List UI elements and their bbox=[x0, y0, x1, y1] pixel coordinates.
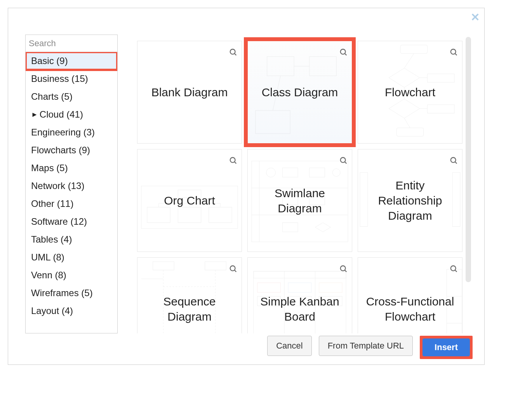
template-grid: Blank DiagramClass DiagramFlowchartOrg C… bbox=[118, 35, 473, 333]
magnify-icon[interactable] bbox=[450, 262, 458, 270]
template-label: Org Chart bbox=[164, 193, 215, 208]
template-label: Swimlane Diagram bbox=[252, 186, 348, 216]
magnify-icon[interactable] bbox=[229, 262, 238, 270]
svg-point-22 bbox=[451, 49, 456, 54]
dialog-footer: Cancel From Template URL Insert bbox=[267, 336, 473, 359]
search-row bbox=[26, 35, 117, 52]
category-label: Flowcharts (9) bbox=[31, 145, 90, 155]
magnify-icon[interactable] bbox=[339, 153, 348, 162]
close-icon[interactable]: ✕ bbox=[471, 12, 480, 23]
template-tile[interactable]: Simple Kanban Board bbox=[247, 257, 352, 333]
svg-line-60 bbox=[235, 270, 236, 272]
svg-line-52 bbox=[455, 162, 457, 164]
svg-rect-25 bbox=[147, 207, 170, 223]
category-item[interactable]: Engineering (3) bbox=[26, 123, 117, 141]
svg-rect-45 bbox=[282, 223, 298, 232]
category-label: Venn (8) bbox=[31, 270, 66, 280]
template-tile[interactable]: Cross-Functional Flowchart bbox=[358, 257, 462, 333]
category-item[interactable]: ►Cloud (41) bbox=[26, 106, 117, 123]
template-label: Entity Relationship Diagram bbox=[362, 178, 458, 223]
svg-line-10 bbox=[345, 54, 347, 56]
magnify-icon[interactable] bbox=[229, 153, 238, 162]
category-item[interactable]: Tables (4) bbox=[26, 231, 117, 248]
svg-rect-40 bbox=[282, 168, 298, 177]
category-label: Software (12) bbox=[31, 216, 87, 227]
svg-line-3 bbox=[235, 54, 236, 56]
template-tile[interactable]: Sequence Diagram bbox=[137, 257, 242, 333]
expand-arrow-icon: ► bbox=[31, 111, 38, 118]
category-label: Network (13) bbox=[31, 180, 84, 191]
svg-rect-27 bbox=[209, 207, 232, 223]
category-item[interactable]: Basic (9) bbox=[26, 52, 117, 70]
from-template-url-button[interactable]: From Template URL bbox=[319, 336, 413, 356]
insert-button[interactable]: Insert bbox=[422, 338, 470, 356]
sidebar: Basic (9)Business (15)Charts (5)►Cloud (… bbox=[25, 35, 118, 333]
scrollbar[interactable] bbox=[466, 37, 471, 282]
category-label: Engineering (3) bbox=[31, 127, 95, 137]
category-label: Layout (4) bbox=[31, 305, 73, 316]
magnify-icon[interactable] bbox=[450, 45, 458, 54]
category-label: Charts (5) bbox=[31, 91, 73, 102]
magnify-icon[interactable] bbox=[339, 262, 348, 270]
category-item[interactable]: Venn (8) bbox=[26, 266, 117, 284]
template-label: Sequence Diagram bbox=[141, 294, 238, 324]
dialog-content: Basic (9)Business (15)Charts (5)►Cloud (… bbox=[25, 35, 473, 333]
svg-point-51 bbox=[451, 158, 456, 163]
category-item[interactable]: Flowcharts (9) bbox=[26, 141, 117, 159]
category-label: UML (8) bbox=[31, 252, 64, 262]
category-item[interactable]: Software (12) bbox=[26, 213, 117, 231]
svg-rect-65 bbox=[257, 283, 281, 293]
search-input[interactable] bbox=[29, 38, 118, 49]
svg-point-59 bbox=[230, 266, 235, 271]
svg-point-33 bbox=[230, 158, 235, 163]
svg-rect-11 bbox=[400, 45, 427, 54]
svg-line-77 bbox=[455, 270, 457, 272]
template-tile[interactable]: Org Chart bbox=[137, 149, 242, 252]
svg-marker-14 bbox=[389, 99, 419, 118]
svg-rect-67 bbox=[319, 283, 342, 293]
svg-line-34 bbox=[235, 162, 236, 164]
svg-point-76 bbox=[451, 266, 456, 271]
category-item[interactable]: Wireframes (5) bbox=[26, 284, 117, 302]
category-label: Other (11) bbox=[31, 198, 73, 209]
svg-point-9 bbox=[341, 49, 346, 54]
svg-rect-66 bbox=[288, 283, 311, 293]
svg-point-71 bbox=[341, 266, 346, 271]
magnify-icon[interactable] bbox=[450, 153, 458, 162]
template-label: Blank Diagram bbox=[151, 85, 228, 100]
svg-point-2 bbox=[230, 49, 235, 54]
template-tile[interactable]: Entity Relationship Diagram bbox=[358, 149, 462, 252]
cancel-button[interactable]: Cancel bbox=[267, 336, 311, 356]
svg-rect-53 bbox=[153, 262, 174, 270]
svg-line-48 bbox=[345, 162, 347, 164]
svg-rect-6 bbox=[256, 111, 290, 134]
category-label: Basic (9) bbox=[31, 56, 68, 66]
svg-rect-13 bbox=[428, 74, 454, 82]
svg-marker-46 bbox=[315, 223, 331, 232]
svg-rect-62 bbox=[254, 271, 346, 278]
template-tile[interactable]: Swimlane Diagram bbox=[247, 149, 352, 252]
svg-rect-15 bbox=[428, 105, 454, 113]
magnify-icon[interactable] bbox=[229, 45, 238, 54]
template-tile[interactable]: Class Diagram bbox=[247, 41, 352, 144]
template-label: Cross-Functional Flowchart bbox=[362, 294, 458, 324]
category-item[interactable]: UML (8) bbox=[26, 248, 117, 266]
template-tile[interactable]: Blank Diagram bbox=[137, 41, 242, 144]
template-label: Simple Kanban Board bbox=[252, 294, 348, 324]
magnify-icon[interactable] bbox=[339, 45, 348, 54]
svg-rect-5 bbox=[309, 57, 336, 76]
category-item[interactable]: Business (15) bbox=[26, 70, 117, 88]
category-item[interactable]: Other (11) bbox=[26, 195, 117, 213]
template-tile[interactable]: Flowchart bbox=[358, 41, 462, 144]
svg-point-42 bbox=[332, 169, 340, 177]
template-dialog: ✕ Basic (9)Business (15)Charts (5)►Cloud… bbox=[8, 8, 485, 365]
category-label: Business (15) bbox=[31, 73, 88, 84]
category-item[interactable]: Network (13) bbox=[26, 177, 117, 195]
category-item[interactable]: Maps (5) bbox=[26, 159, 117, 177]
svg-line-23 bbox=[455, 54, 457, 56]
category-label: Tables (4) bbox=[31, 234, 72, 245]
insert-button-highlight: Insert bbox=[420, 336, 473, 359]
svg-rect-41 bbox=[309, 168, 325, 177]
category-item[interactable]: Charts (5) bbox=[26, 88, 117, 106]
category-item[interactable]: Layout (4) bbox=[26, 302, 117, 320]
